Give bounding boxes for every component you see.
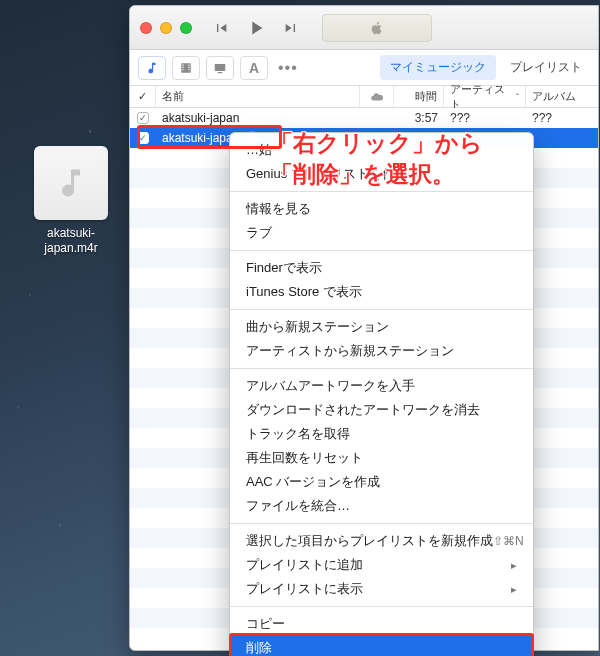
playback-controls (212, 14, 300, 42)
tab-my-music[interactable]: マイミュージック (380, 55, 496, 80)
menu-separator (230, 191, 533, 192)
now-playing-display (322, 14, 432, 42)
menu-separator (230, 606, 533, 607)
apple-icon (369, 20, 385, 36)
menu-separator (230, 368, 533, 369)
context-menu-item[interactable]: プレイリストに追加 (230, 553, 533, 577)
column-name[interactable]: 名前 (156, 86, 360, 107)
previous-track-button[interactable] (212, 19, 230, 37)
desktop-background: akatsuki-japan.m4r (0, 0, 600, 656)
file-label: akatsuki-japan.m4r (21, 226, 121, 256)
minimize-window-button[interactable] (160, 22, 172, 34)
desktop-file-icon[interactable]: akatsuki-japan.m4r (20, 146, 122, 256)
cloud-icon (370, 90, 384, 104)
music-source-button[interactable] (138, 56, 166, 80)
context-menu-item[interactable]: プレイリストに表示 (230, 577, 533, 601)
context-menu-item[interactable]: 再生回数をリセット (230, 446, 533, 470)
column-time[interactable]: 時間 (394, 86, 444, 107)
row-time: 3:57 (394, 108, 444, 128)
annotation-text: 「右クリック」から 「削除」を選択。 (270, 128, 483, 190)
title-bar (130, 6, 598, 50)
row-checkbox[interactable]: ✓ (137, 112, 149, 124)
film-icon (179, 61, 193, 75)
movies-source-button[interactable] (172, 56, 200, 80)
context-menu-item[interactable]: ラブ (230, 221, 533, 245)
menu-separator (230, 250, 533, 251)
window-controls (140, 22, 192, 34)
file-thumbnail (34, 146, 108, 220)
tv-icon (213, 61, 227, 75)
source-bar: A ••• マイミュージック プレイリスト (130, 50, 598, 86)
context-menu-item[interactable]: iTunes Store で表示 (230, 280, 533, 304)
tv-source-button[interactable] (206, 56, 234, 80)
context-menu-item[interactable]: ダウンロードされたアートワークを消去 (230, 398, 533, 422)
context-menu-item[interactable]: アルバムアートワークを入手 (230, 374, 533, 398)
context-menu-item[interactable]: 情報を見る (230, 197, 533, 221)
context-menu-item[interactable]: トラック名を取得 (230, 422, 533, 446)
row-album: ??? (526, 108, 598, 128)
context-menu: …始Genius プレイリストを作成情報を見るラブFinderで表示iTunes… (229, 132, 534, 656)
play-button[interactable] (242, 14, 270, 42)
row-name: akatsuki-japan (162, 111, 239, 125)
column-checkbox[interactable]: ✓ (130, 86, 156, 107)
table-header: ✓ 名前 時間 アーティストˆ アルバム (130, 86, 598, 108)
music-note-icon (53, 165, 89, 201)
row-artist: ??? (444, 108, 526, 128)
context-menu-item[interactable]: 曲から新規ステーション (230, 315, 533, 339)
column-cloud[interactable] (360, 86, 394, 107)
row-checkbox[interactable]: ✓ (137, 132, 149, 144)
context-menu-item[interactable]: ファイルを統合… (230, 494, 533, 518)
menu-separator (230, 309, 533, 310)
context-menu-item[interactable]: 削除 (230, 636, 533, 656)
apps-source-button[interactable]: A (240, 56, 268, 80)
music-icon (145, 61, 159, 75)
column-album[interactable]: アルバム (526, 86, 598, 107)
table-row[interactable]: ✓ akatsuki-japan 3:57 ??? ??? (130, 108, 598, 128)
context-menu-item[interactable]: AAC バージョンを作成 (230, 470, 533, 494)
menu-separator (230, 523, 533, 524)
context-menu-item[interactable]: コピー (230, 612, 533, 636)
tab-playlists[interactable]: プレイリスト (502, 55, 590, 80)
row-name: akatsuki-japan (162, 131, 239, 145)
context-menu-item[interactable]: Finderで表示 (230, 256, 533, 280)
zoom-window-button[interactable] (180, 22, 192, 34)
context-menu-item[interactable]: アーティストから新規ステーション (230, 339, 533, 363)
close-window-button[interactable] (140, 22, 152, 34)
row-album (526, 128, 598, 148)
more-sources-button[interactable]: ••• (274, 59, 302, 77)
next-track-button[interactable] (282, 19, 300, 37)
column-artist[interactable]: アーティストˆ (444, 86, 526, 107)
context-menu-item[interactable]: 選択した項目からプレイリストを新規作成⇧⌘N (230, 529, 533, 553)
